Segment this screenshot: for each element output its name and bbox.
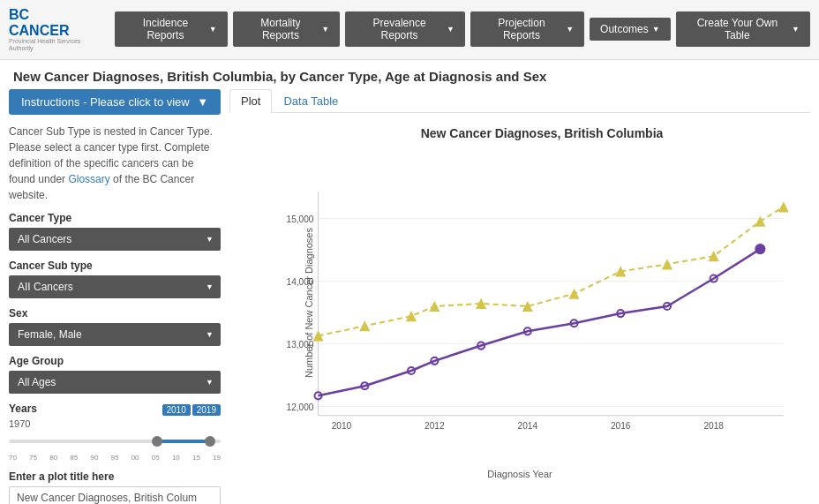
chart-svg: 12,000 13,000 14,000 15,000 2010 2012 20… bbox=[282, 149, 801, 467]
cancer-type-label: Cancer Type bbox=[9, 212, 221, 224]
chart-tabs: Plot Data Table bbox=[229, 89, 810, 113]
svg-point-35 bbox=[755, 244, 764, 253]
chevron-down-icon: ▼ bbox=[321, 25, 329, 34]
nav-outcomes-button[interactable]: Outcomes ▼ bbox=[590, 18, 671, 41]
cancer-type-select-wrapper[interactable]: All Cancers bbox=[9, 228, 221, 251]
plot-title-input[interactable] bbox=[9, 486, 221, 504]
logo-sub: Provincial Health Services Authority bbox=[9, 38, 101, 51]
logo-cancer: CANCER bbox=[9, 23, 101, 39]
year-badge-end: 2019 bbox=[192, 404, 221, 416]
svg-text:2012: 2012 bbox=[425, 420, 445, 430]
age-group-select-wrapper[interactable]: All Ages bbox=[9, 371, 221, 394]
plot-title-label: Enter a plot title here bbox=[9, 470, 221, 483]
years-label: Years bbox=[9, 402, 37, 415]
years-start-label: 1970 bbox=[9, 418, 221, 429]
svg-marker-20 bbox=[568, 288, 579, 298]
chevron-down-icon: ▼ bbox=[792, 25, 800, 34]
slider-thumb-end[interactable] bbox=[205, 436, 215, 447]
svg-marker-25 bbox=[778, 201, 789, 212]
sex-label: Sex bbox=[9, 307, 221, 320]
page-title: New Cancer Diagnoses, British Columbia, … bbox=[0, 60, 819, 89]
svg-marker-15 bbox=[359, 320, 370, 331]
age-group-select[interactable]: All Ages bbox=[9, 371, 221, 394]
chart-wrapper: New Cancer Diagnoses, British Columbia N… bbox=[229, 117, 810, 488]
chevron-down-icon: ▼ bbox=[209, 25, 217, 34]
svg-marker-17 bbox=[429, 300, 440, 311]
axis-y-label: Number of New Cancer Diagnoses bbox=[304, 228, 314, 378]
cancer-type-select[interactable]: All Cancers bbox=[9, 228, 221, 251]
chevron-down-icon: ▼ bbox=[652, 25, 660, 34]
instructions-button[interactable]: Instructions - Please click to view ▼ bbox=[9, 89, 221, 115]
nav-prevalence-button[interactable]: Prevalence Reports ▼ bbox=[345, 11, 465, 47]
nav-projection-button[interactable]: Projection Reports ▼ bbox=[470, 11, 584, 47]
chevron-down-icon: ▼ bbox=[447, 25, 455, 34]
year-slider[interactable] bbox=[9, 433, 221, 450]
chart-title: New Cancer Diagnoses, British Columbia bbox=[282, 126, 801, 140]
svg-text:2016: 2016 bbox=[611, 420, 631, 430]
cancer-subtype-select[interactable]: AII Cancers bbox=[9, 275, 221, 298]
axis-x-label: Diagnosis Year bbox=[487, 469, 552, 479]
slider-fill bbox=[157, 440, 210, 443]
nav-mortality-button[interactable]: Mortality Reports ▼ bbox=[233, 11, 341, 47]
svg-text:12,000: 12,000 bbox=[287, 402, 314, 411]
sex-select[interactable]: Female, Male bbox=[9, 323, 221, 346]
sidebar-description: Cancer Sub Type is nested in Cancer Type… bbox=[9, 124, 221, 203]
plot-title-section: Enter a plot title here bbox=[9, 470, 221, 504]
dashed-series-line bbox=[319, 207, 784, 335]
age-group-label: Age Group bbox=[9, 355, 221, 367]
cancer-type-group: Cancer Type All Cancers bbox=[9, 212, 221, 251]
year-badges: 2010 2019 bbox=[162, 404, 222, 416]
svg-marker-24 bbox=[755, 215, 765, 226]
svg-text:2010: 2010 bbox=[332, 420, 352, 430]
year-badge-start: 2010 bbox=[162, 404, 191, 416]
glossary-link[interactable]: Glossary bbox=[68, 173, 109, 185]
age-group-group: Age Group All Ages bbox=[9, 355, 221, 394]
cancer-subtype-label: Cancer Sub type bbox=[9, 260, 221, 272]
slider-ticks: 70 75 80 85 90 95 00 05 10 15 19 bbox=[9, 454, 221, 462]
chevron-down-icon: ▼ bbox=[197, 95, 208, 109]
nav-incidence-button[interactable]: Incidence Reports ▼ bbox=[115, 11, 227, 47]
sidebar: Instructions - Please click to view ▼ Ca… bbox=[9, 89, 221, 504]
header: BC CANCER Provincial Health Services Aut… bbox=[0, 0, 819, 60]
svg-text:2018: 2018 bbox=[703, 420, 724, 430]
svg-marker-22 bbox=[662, 259, 672, 269]
svg-text:15,000: 15,000 bbox=[287, 214, 314, 223]
tab-data-table[interactable]: Data Table bbox=[272, 89, 349, 113]
logo-bc: BC bbox=[9, 7, 101, 23]
logo: BC CANCER Provincial Health Services Aut… bbox=[9, 7, 101, 52]
cancer-subtype-group: Cancer Sub type AII Cancers bbox=[9, 260, 221, 298]
sex-select-wrapper[interactable]: Female, Male bbox=[9, 323, 221, 346]
svg-text:2014: 2014 bbox=[518, 420, 538, 430]
sex-group: Sex Female, Male bbox=[9, 307, 221, 346]
chart-area: Plot Data Table New Cancer Diagnoses, Br… bbox=[229, 89, 810, 504]
chevron-down-icon: ▼ bbox=[566, 25, 574, 34]
slider-thumb-start[interactable] bbox=[152, 436, 162, 447]
main-layout: Instructions - Please click to view ▼ Ca… bbox=[0, 89, 819, 504]
years-section: Years 2010 2019 1970 70 75 80 85 90 95 bbox=[9, 402, 221, 462]
tab-plot[interactable]: Plot bbox=[229, 89, 272, 113]
cancer-subtype-select-wrapper[interactable]: AII Cancers bbox=[9, 275, 221, 298]
nav-custom-button[interactable]: Create Your Own Table ▼ bbox=[676, 11, 810, 47]
